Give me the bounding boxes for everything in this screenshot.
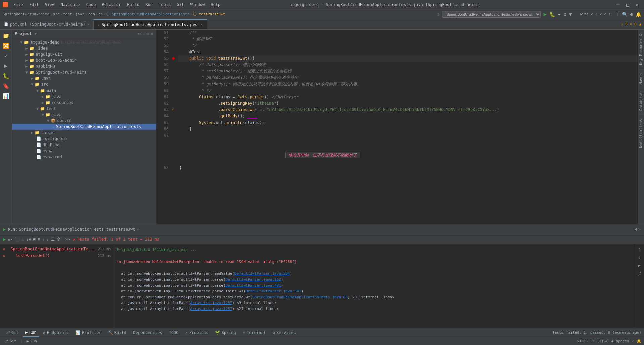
translate-button[interactable]: T (616, 12, 619, 17)
tree-item-mvnw-cmd[interactable]: 📄 mvnw.cmd (12, 154, 156, 160)
test-class-item[interactable]: ✕ SpringBootCrudHeimaApplicationTe... 21… (0, 246, 114, 252)
tree-item-mvn[interactable]: ▶ 📁 .mvn (12, 75, 156, 81)
tab-terminal[interactable]: ⌨ Terminal (240, 328, 269, 337)
expand-tab-bar[interactable]: ▲ (639, 22, 641, 26)
tab-spring[interactable]: 🌱 Spring (212, 328, 238, 337)
key-promoter-panel[interactable]: Key Promoter X (638, 30, 644, 69)
method-selector[interactable]: SpringBootCrudHeimaApplicationTests.test… (442, 11, 541, 18)
menu-file[interactable]: File (11, 2, 26, 8)
close-button[interactable]: ✕ (633, 1, 641, 8)
expand-all-button[interactable]: ⊞ (33, 237, 36, 242)
tab-build[interactable]: 🔨 Build (105, 328, 129, 337)
stack-link-2[interactable]: DefaultJwtParser.java:252 (226, 277, 281, 282)
tree-item-atguigu-git[interactable]: ▶ 📁 atguigu-Git (12, 51, 156, 57)
stack-link-6[interactable]: ArrayList.java:1257 (190, 301, 232, 305)
notifications-panel[interactable]: Notifications (638, 115, 644, 152)
history-button[interactable]: ⏱ (57, 237, 61, 242)
wrap-text-button[interactable]: ⇌ (637, 262, 641, 269)
breadcrumb-item-root[interactable]: SpringBoot-crud-heima (3, 12, 49, 16)
sidebar-collapse[interactable]: ≡ (142, 31, 145, 36)
menu-run[interactable]: Run (143, 2, 155, 8)
database-panel[interactable]: Database (638, 89, 644, 115)
tab-run[interactable]: ▶ Run (23, 328, 39, 337)
run-with-coverage[interactable]: ☂ (558, 12, 560, 17)
breadcrumb-item-src[interactable]: src (53, 12, 60, 16)
more-run-actions[interactable]: >> (65, 237, 70, 242)
breakpoint-icon[interactable]: ● (172, 55, 175, 61)
menu-refactor[interactable]: Refactor (99, 2, 124, 8)
menu-code[interactable]: Code (84, 2, 99, 8)
stack-link-4[interactable]: DefaultJwtParser.java:541 (246, 289, 301, 293)
minimize-bottom-panel[interactable]: ─ (639, 227, 641, 232)
profiler-button[interactable]: ⚙ (564, 12, 566, 17)
activity-debug[interactable]: 🐛 (1, 71, 11, 80)
tree-item-rabbitmq[interactable]: ▶ 📁 RabbitMQ (12, 63, 156, 69)
sidebar-settings[interactable]: ⚙ (146, 31, 149, 36)
stack-link-3[interactable]: DefaultJwtParser.java:481 (226, 283, 281, 288)
print-button[interactable]: 🖨 (636, 270, 642, 277)
tree-item-gitignore[interactable]: 📄 .gitignore (12, 136, 156, 142)
play-button[interactable]: ▶ (3, 236, 6, 242)
menu-window[interactable]: Window (187, 2, 207, 8)
activity-vcs[interactable]: 🔀 (1, 41, 11, 50)
breadcrumb-item-test[interactable]: test (63, 12, 72, 16)
window-controls[interactable]: ─ □ ✕ (614, 1, 641, 8)
close-tab-pom[interactable]: ✕ (87, 22, 89, 26)
sidebar-close[interactable]: ✕ (151, 31, 153, 36)
encoding[interactable]: UTF-8 (597, 339, 608, 343)
up-button[interactable]: ↑ (42, 237, 44, 242)
tree-item-src[interactable]: ▼ 📁 src (12, 81, 156, 88)
menu-tools[interactable]: Tools (156, 2, 173, 8)
menu-bar[interactable]: File Edit View Navigate Code Refactor Bu… (11, 2, 223, 8)
maven-panel[interactable]: Maven (638, 69, 644, 89)
scroll-up-button[interactable]: ↑ (637, 246, 641, 252)
filter-button[interactable]: ☰ (51, 237, 55, 242)
tree-item-java-test[interactable]: ▼ 📁 java (12, 112, 156, 118)
menu-git[interactable]: Git (174, 2, 187, 8)
tab-java-tests[interactable]: ☕ SpringBootCrudHeimaApplicationTests.ja… (94, 19, 207, 29)
vcs-button[interactable]: ⬆ (437, 12, 439, 17)
debug-button[interactable]: 🐛 (549, 12, 555, 17)
breadcrumb-item-class[interactable]: ⬡ SpringBootCrudHeimaApplicationTests (106, 12, 190, 16)
activity-project[interactable]: 📁 (1, 31, 11, 40)
tree-item-com-cn[interactable]: ▼ 📦 com.cn (12, 118, 156, 124)
breadcrumb-item-com[interactable]: com (88, 12, 95, 16)
sort-button[interactable]: ↕ (22, 237, 24, 242)
stack-link-1[interactable]: DefaultJwtParser.java:554 (234, 271, 290, 276)
tree-item-resources[interactable]: ▶ 📁 resources (12, 100, 156, 106)
sidebar-dropdown[interactable]: ▼ (35, 31, 37, 36)
tree-item-java-main[interactable]: ▶ 📁 java (12, 94, 156, 100)
notifications-button[interactable]: 🔔 (636, 12, 641, 17)
tree-item-test-class[interactable]: ☕ SpringBootCrudHeimaApplicationTests (12, 124, 156, 130)
sort-alpha-button[interactable]: ↕A (26, 237, 31, 242)
tab-todo[interactable]: TODO (166, 328, 181, 337)
tab-profiler[interactable]: 📊 Profiler (73, 328, 104, 337)
tab-endpoints[interactable]: ⊳ Endpoints (41, 328, 71, 337)
tree-item-test[interactable]: ▼ 📁 test (12, 106, 156, 112)
close-run-tab[interactable]: ✕ (137, 227, 139, 232)
breadcrumb-item-java[interactable]: java (75, 12, 85, 16)
breadcrumb-item-cn[interactable]: cn (98, 12, 103, 16)
menu-help[interactable]: Help (208, 2, 223, 8)
code-container[interactable]: 51 /** 52 * 解析JWT 53 (156, 30, 638, 224)
collapse-all-button[interactable]: ⊟ (38, 237, 40, 242)
activity-run[interactable]: ▶ (1, 61, 11, 70)
tree-item-target[interactable]: ▶ 📁 target (12, 130, 156, 136)
tab-pom-xml[interactable]: 📄 pom.xml (SpringBoot-crud-heima) ✕ (0, 19, 94, 29)
activity-commit[interactable]: ✓ (1, 51, 11, 60)
menu-edit[interactable]: Edit (26, 2, 42, 8)
stop-button[interactable]: ⬛ (15, 237, 20, 242)
tree-item-main[interactable]: ▼ 📁 main (12, 88, 156, 94)
run-again-button[interactable]: ▶ (3, 226, 6, 232)
tree-item-boot-web[interactable]: ▶ 📁 boot-web-05-admin (12, 57, 156, 63)
activity-structure[interactable]: 📊 (1, 91, 11, 101)
menu-view[interactable]: View (42, 2, 57, 8)
tab-services[interactable]: ⚙ Services (270, 328, 299, 337)
sidebar-locate[interactable]: ⊙ (138, 31, 141, 36)
activity-bookmarks[interactable]: 🔖 (1, 81, 11, 91)
run-status[interactable]: ▶ Run (25, 339, 39, 343)
tab-git[interactable]: ⎇ Git (3, 328, 21, 337)
close-tab-tests[interactable]: ✕ (201, 23, 203, 26)
breadcrumb[interactable]: SpringBoot-crud-heima › src › test › jav… (3, 12, 225, 16)
tree-item-help[interactable]: 📄 HELP.md (12, 142, 156, 148)
